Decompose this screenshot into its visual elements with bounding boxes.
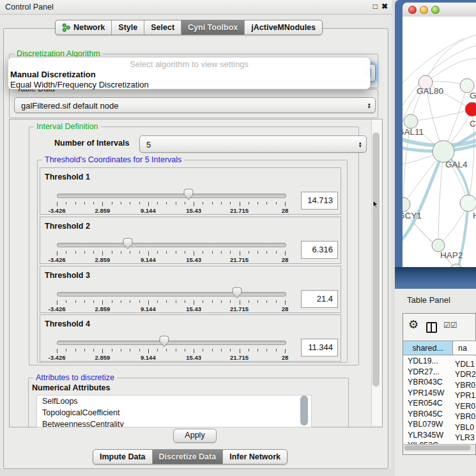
tab-label: Impute Data <box>100 452 146 461</box>
column-header-shared-name[interactable]: shared... <box>403 341 453 355</box>
table-row[interactable]: YLR345WYLR3 <box>403 430 476 441</box>
tick-mark <box>285 349 286 353</box>
tick-mark <box>75 202 76 204</box>
tick-label: 15.43 <box>186 305 201 312</box>
tick-label: 28 <box>282 256 289 263</box>
tab-impute-data[interactable]: Impute Data <box>93 450 152 464</box>
table-row[interactable]: YBL079WYBL0 <box>403 419 476 430</box>
threshold-value-field[interactable]: 14.713 <box>301 192 338 210</box>
network-canvas[interactable]: GAL80GACGAL11GAL4GCY1HHAP2 <box>403 17 476 267</box>
table-row[interactable]: YBR043CYBR0 <box>403 377 476 388</box>
tick-mark <box>112 251 112 254</box>
mouse-cursor <box>372 200 379 211</box>
table-row[interactable]: YPR145WYPR1 <box>403 388 476 399</box>
slider-thumb[interactable] <box>183 188 194 201</box>
tab-discretize-data[interactable]: Discretize Data <box>152 450 223 464</box>
network-node-GAL11[interactable] <box>404 114 418 128</box>
tick-mark <box>66 349 66 351</box>
table-row[interactable]: YDL19...YDL1 <box>403 356 476 367</box>
tick-mark <box>194 349 194 353</box>
checkbox-columns-icon[interactable]: ☑☑ <box>443 321 457 330</box>
attribute-item-selfloops[interactable]: SelfLoops <box>37 395 311 407</box>
float-window-icon[interactable]: □ <box>373 2 378 11</box>
tab-jactivemnodules[interactable]: jActiveMNodules <box>244 20 322 35</box>
tab-infer-network[interactable]: Infer Network <box>222 450 287 464</box>
split-table-icon[interactable] <box>426 322 437 333</box>
numerical-attributes-list[interactable]: SelfLoopsTopologicalCoefficientBetweenne… <box>36 395 312 427</box>
table-row[interactable]: YER054CYER0 <box>403 398 476 409</box>
tick-mark <box>185 202 185 204</box>
tick-mark <box>93 202 94 204</box>
network-edge[interactable] <box>403 38 464 87</box>
cell-shared-name: YDR27... <box>403 367 453 378</box>
close-icon[interactable]: ✖ <box>381 2 388 11</box>
network-edge[interactable] <box>403 151 443 244</box>
tick-label: 15.43 <box>186 207 201 214</box>
slider-track[interactable] <box>57 243 286 247</box>
tick-mark <box>139 202 140 204</box>
table-data-combo[interactable]: galFiltered.sif default node ▲ ▼ <box>14 97 376 113</box>
tick-mark <box>157 251 158 254</box>
network-node-GAL4[interactable] <box>433 141 454 162</box>
attributes-group-label: Attributes to discretize <box>33 373 117 382</box>
network-window-bottom-frame <box>395 267 476 289</box>
close-traffic-light[interactable] <box>408 6 417 14</box>
network-node-H[interactable] <box>460 195 476 211</box>
tick-mark <box>212 300 213 303</box>
slider-track[interactable] <box>57 194 286 198</box>
network-edge[interactable] <box>411 109 472 121</box>
tab-network[interactable]: Network <box>56 20 111 35</box>
slider-thumb[interactable] <box>123 238 133 250</box>
zoom-traffic-light[interactable] <box>431 6 440 14</box>
popup-option-equal-width-frequency[interactable]: Equal Width/Frequency Discretization <box>8 80 370 90</box>
network-node-HAP2[interactable] <box>432 239 445 252</box>
tick-mark <box>176 349 176 351</box>
tick-label: 15.43 <box>186 354 201 361</box>
slider-track[interactable] <box>57 292 286 296</box>
gear-icon[interactable]: ⚙ <box>408 319 418 330</box>
table-row[interactable]: YDR27...YDR2 <box>403 367 476 378</box>
tick-mark <box>203 251 203 254</box>
threshold-panel-4: Threshold 4-3.4262.8599.14415.4321.71528… <box>40 314 341 362</box>
tick-mark <box>75 349 76 351</box>
vertical-scrollbar-thumb[interactable] <box>372 132 380 387</box>
number-of-intervals-value: 5 <box>146 139 151 149</box>
slider-thumb[interactable] <box>232 287 242 299</box>
threshold-panel-3: Threshold 3-3.4262.8599.14415.4321.71528… <box>40 266 341 313</box>
table-row[interactable]: YBR045CYBR0 <box>403 409 476 420</box>
tab-label: jActiveMNodules <box>251 23 316 32</box>
attribute-item-topologicalcoefficient[interactable]: TopologicalCoefficient <box>37 407 311 418</box>
tick-mark <box>240 300 240 305</box>
tick-mark <box>130 300 130 303</box>
tick-mark <box>148 300 149 305</box>
tab-cyni-toolbox[interactable]: Cyni Toolbox <box>181 20 244 35</box>
threshold-panel-2: Threshold 2-3.4262.8599.14415.4321.71528… <box>40 217 341 264</box>
cell-shared-name: YLR345W <box>403 430 453 441</box>
attribute-item-betweennesscentrality[interactable]: BetweennessCentrality <box>37 418 311 427</box>
table-horizontal-scrollbar-thumb[interactable] <box>404 445 471 450</box>
threshold-value-field[interactable]: 6.316 <box>301 241 338 259</box>
popup-option-manual-discretization[interactable]: Manual Discretization <box>8 70 370 80</box>
tick-mark <box>139 251 140 254</box>
network-node-RED[interactable] <box>465 102 476 116</box>
number-of-intervals-combo[interactable]: 5 ▲ ▼ <box>139 135 367 153</box>
slider-track[interactable] <box>57 341 286 345</box>
network-edge[interactable] <box>426 35 476 82</box>
tick-mark <box>176 300 176 303</box>
network-edge[interactable] <box>403 45 476 111</box>
tab-select[interactable]: Select <box>144 20 181 35</box>
threshold-value-field[interactable]: 11.344 <box>301 339 338 357</box>
tick-label: 9.144 <box>141 207 156 214</box>
apply-button[interactable]: Apply <box>173 429 217 443</box>
tick-mark <box>194 251 194 256</box>
tick-mark <box>148 251 149 256</box>
network-node-GCY1[interactable] <box>403 197 410 211</box>
slider-thumb[interactable] <box>159 335 169 348</box>
attributes-scrollbar-thumb[interactable] <box>300 395 308 426</box>
minimize-traffic-light[interactable] <box>420 6 428 14</box>
threshold-value-field[interactable]: 21.4 <box>301 290 338 308</box>
column-header-name[interactable]: na <box>453 341 476 355</box>
network-window-titlebar[interactable] <box>403 3 476 17</box>
tab-style[interactable]: Style <box>111 20 144 35</box>
threshold-coordinates-label: Threshold's Coordinates for 5 Intervals <box>42 155 184 164</box>
